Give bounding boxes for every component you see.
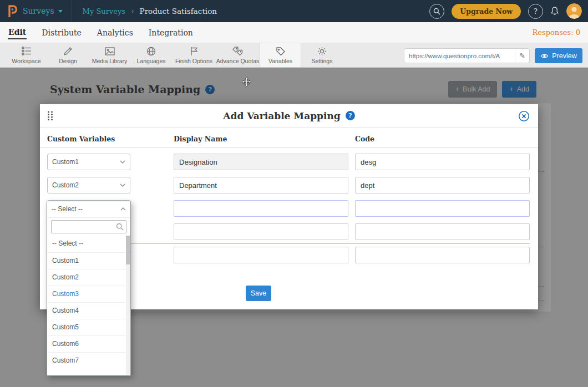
advance-quotas-icon — [232, 46, 243, 56]
surveys-menu-label: Surveys — [23, 7, 54, 16]
code-input[interactable] — [355, 223, 530, 240]
display-name-input[interactable] — [174, 223, 348, 240]
dropdown-option-select[interactable]: -- Select -- — [47, 236, 130, 252]
close-button[interactable] — [518, 110, 530, 122]
code-input[interactable] — [355, 154, 530, 170]
close-icon — [518, 110, 530, 122]
questionpro-app: Surveys My Surveys › Product Satisfactio… — [0, 0, 588, 387]
select-value: Custom2 — [52, 181, 79, 189]
custom-variable-select[interactable]: Custom1 — [47, 154, 130, 170]
question-glyph: ? — [348, 112, 352, 119]
upgrade-now-button[interactable]: Upgrade Now — [452, 4, 521, 19]
languages-icon — [146, 46, 156, 56]
column-header-display-name: Display Name — [174, 135, 355, 143]
dropdown-option-custom1[interactable]: Custom1 — [47, 252, 130, 269]
chevron-down-icon — [120, 184, 125, 187]
column-header-code: Code — [355, 135, 530, 143]
toolbar-item-variables[interactable]: Variables — [260, 43, 301, 67]
toolbar-label: Design — [59, 58, 77, 64]
toolbar-label: Workspace — [12, 58, 40, 64]
edit-url-button[interactable]: ✎ — [515, 49, 529, 63]
select-value: -- Select -- — [52, 205, 83, 213]
finish-options-icon — [190, 46, 198, 56]
topbar-actions: Upgrade Now ? — [429, 3, 588, 19]
toolbar-item-settings[interactable]: Settings — [301, 43, 343, 67]
toolbar-label: Variables — [268, 58, 292, 64]
survey-url: https://www.questionpro.com/t/A — [404, 53, 515, 59]
tab-distribute[interactable]: Distribute — [41, 26, 82, 39]
search-icon — [433, 8, 440, 15]
modal-header: Add Variable Mapping ? — [40, 104, 538, 128]
breadcrumb-my-surveys[interactable]: My Surveys — [83, 7, 125, 16]
custom-variable-select[interactable]: Custom2 — [47, 177, 130, 194]
dropdown-search — [47, 217, 130, 236]
dropdown-scrollbar[interactable] — [126, 236, 130, 375]
responses-count[interactable]: Responses: 0 — [533, 28, 581, 37]
save-button[interactable]: Save — [246, 286, 271, 301]
scrollbar-thumb[interactable] — [126, 236, 130, 264]
code-input[interactable] — [355, 177, 530, 194]
search-button[interactable] — [429, 4, 444, 19]
dropdown-option-custom7[interactable]: Custom7 — [47, 352, 130, 369]
dropdown-option-custom5[interactable]: Custom5 — [47, 319, 130, 335]
toolbar-item-advance-quotas[interactable]: Advance Quotas — [216, 43, 260, 67]
breadcrumb-separator: › — [131, 7, 134, 16]
column-header-custom-variables: Custom Variables — [47, 135, 174, 143]
toolbar-item-media-library[interactable]: Media Library — [89, 43, 130, 67]
dropdown-search-input[interactable] — [51, 220, 126, 233]
display-name-input[interactable] — [174, 177, 348, 194]
surveys-menu[interactable]: Surveys — [23, 7, 63, 16]
code-input[interactable] — [355, 200, 530, 217]
custom-variable-select-open[interactable]: -- Select -- — [47, 201, 130, 217]
tab-analytics[interactable]: Analytics — [97, 26, 134, 39]
toolbar-item-languages[interactable]: Languages — [130, 43, 172, 67]
design-icon — [63, 46, 73, 56]
topbar-divider — [72, 0, 72, 22]
modal-title: Add Variable Mapping ? — [223, 110, 354, 121]
toolbar-label: Advance Quotas — [216, 58, 260, 64]
avatar-image — [566, 3, 582, 19]
workspace-icon — [22, 46, 32, 56]
chevron-up-icon — [120, 207, 126, 211]
dropdown-option-custom3[interactable]: Custom3 — [47, 286, 130, 302]
caret-down-icon — [58, 10, 63, 13]
avatar[interactable] — [566, 3, 582, 19]
toolbar-label: Media Library — [92, 58, 128, 64]
help-icon[interactable]: ? — [346, 111, 355, 120]
toolbar-label: Settings — [312, 58, 333, 64]
custom-variable-dropdown: -- Select -- -- Select -- Custom1 Custom… — [47, 201, 131, 376]
bell-icon[interactable] — [550, 6, 559, 16]
dropdown-option-custom6[interactable]: Custom6 — [47, 335, 130, 352]
select-value: Custom1 — [52, 158, 79, 166]
preview-label: Preview — [552, 52, 576, 60]
dropdown-option-custom2[interactable]: Custom2 — [47, 269, 130, 286]
settings-icon — [317, 46, 327, 56]
dropdown-options-list: -- Select -- Custom1 Custom2 Custom3 Cus… — [47, 236, 130, 369]
survey-nav: Edit Distribute Analytics Integration Re… — [0, 22, 588, 43]
display-name-input[interactable] — [174, 247, 348, 263]
chevron-down-icon — [120, 160, 125, 164]
mapping-row: Custom1 — [40, 150, 538, 174]
modal-title-text: Add Variable Mapping — [223, 110, 340, 121]
help-button[interactable]: ? — [528, 4, 543, 19]
toolbar-label: Finish Options — [175, 58, 212, 64]
drag-handle-icon[interactable] — [47, 111, 53, 123]
toolbar-item-design[interactable]: Design — [47, 43, 89, 67]
media-library-icon — [105, 46, 115, 56]
toolbar-item-workspace[interactable]: Workspace — [6, 43, 47, 67]
preview-button[interactable]: Preview — [535, 48, 582, 63]
search-icon — [116, 223, 124, 231]
code-input[interactable] — [355, 247, 530, 263]
dropdown-option-custom4[interactable]: Custom4 — [47, 302, 130, 319]
logo-p-icon — [7, 5, 18, 18]
toolbar-item-finish-options[interactable]: Finish Options — [172, 43, 216, 67]
survey-title: Product Satisfaction — [140, 7, 217, 16]
display-name-input[interactable] — [174, 200, 348, 217]
display-name-input[interactable] — [174, 154, 348, 170]
question-icon: ? — [534, 7, 538, 16]
tab-edit[interactable]: Edit — [8, 26, 27, 39]
mapping-row: Custom2 — [40, 174, 538, 197]
tab-integration[interactable]: Integration — [148, 26, 194, 39]
survey-url-box[interactable]: https://www.questionpro.com/t/A ✎ — [404, 48, 530, 63]
questionpro-logo[interactable] — [7, 5, 18, 18]
